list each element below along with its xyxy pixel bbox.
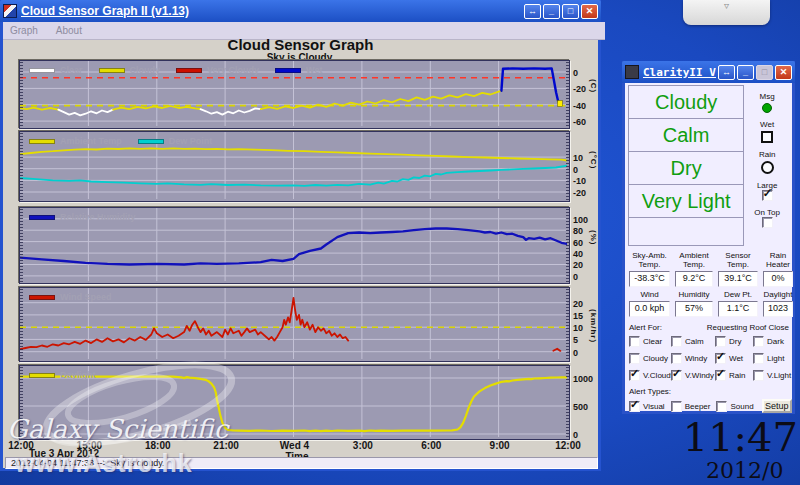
- alert-checkbox-v-cloudy[interactable]: ✓V.Cloudy: [629, 370, 671, 381]
- large-checkbox[interactable]: ✓: [762, 190, 773, 201]
- check-mark-icon: ✓: [716, 368, 725, 379]
- cloudy-seg-1-line: [20, 108, 58, 110]
- legend-label: Daylight: [60, 370, 96, 380]
- wind-speed-legend: Wind Speed: [29, 292, 111, 302]
- alert-checkbox-cloudy[interactable]: Cloudy: [629, 353, 671, 364]
- sky-condition-legend: ClearCloudyVery CloudyWet: [29, 65, 322, 75]
- daylight-minor-ticks-right: [566, 367, 569, 438]
- wind-speed-line: [20, 298, 348, 349]
- x-tick-Wed-4: Wed 4: [272, 440, 318, 451]
- daylight-legend: Daylight: [29, 370, 96, 380]
- x-tick-12-00: 12:00: [545, 440, 591, 451]
- clarity-pin-button[interactable]: ↔: [718, 65, 735, 80]
- alert-checkbox-light[interactable]: Light: [753, 353, 793, 364]
- alert-checkbox-wet[interactable]: ✓Wet: [715, 353, 753, 364]
- wind-speed-ytick-0: 0: [573, 348, 601, 358]
- legend-swatch: [29, 68, 55, 73]
- checkbox-dark[interactable]: [753, 336, 764, 347]
- minimize-button[interactable]: _: [543, 4, 560, 19]
- alert-checkbox-calm[interactable]: Calm: [671, 336, 715, 347]
- clarity-close-button[interactable]: ✕: [775, 65, 792, 80]
- legend-item-relative-humidity: Relative Humidity: [29, 212, 136, 222]
- checkbox-wet[interactable]: ✓: [715, 353, 726, 364]
- checkbox-dry[interactable]: [715, 336, 726, 347]
- relative-humidity-unit-label: (%): [589, 230, 598, 245]
- sensor-label-humidity: Humidity: [673, 290, 715, 299]
- checkbox-cloudy[interactable]: [629, 353, 640, 364]
- x-tick-3-00: 3:00: [340, 440, 386, 451]
- alert-type-sound[interactable]: Sound: [716, 401, 753, 412]
- checkbox-v-windy[interactable]: ✓: [671, 370, 682, 381]
- checkbox-rain[interactable]: ✓: [715, 370, 726, 381]
- legend-label: Clear: [60, 65, 83, 75]
- sky-condition-minor-ticks-left: [20, 62, 23, 127]
- relative-humidity-minor-ticks-left: [20, 209, 23, 282]
- alert-checkbox-rain[interactable]: ✓Rain: [715, 370, 753, 381]
- legend-swatch: [29, 215, 55, 220]
- clear-seg-2-line: [201, 108, 261, 114]
- checkbox-label: V.Light: [767, 371, 791, 380]
- legend-item-wet: Wet: [275, 65, 322, 75]
- checkbox-label: V.Cloudy: [643, 371, 675, 380]
- legend-label: Wet: [306, 65, 322, 75]
- pin-window-button[interactable]: ↔: [524, 4, 541, 19]
- sensor-label-rain-heater: Rain Heater: [761, 251, 795, 269]
- checkbox-label: Rain: [729, 371, 745, 380]
- setup-button[interactable]: Setup: [762, 399, 792, 413]
- sensor-value-rain-heater: 0%: [763, 271, 793, 287]
- checkbox-v-cloudy[interactable]: ✓: [629, 370, 640, 381]
- x-tick-6-00: 6:00: [408, 440, 454, 451]
- daylight-ytick-0: 0: [573, 430, 601, 440]
- legend-swatch: [29, 139, 55, 144]
- checkbox-clear[interactable]: [629, 336, 640, 347]
- sensor-value-sensor-temp-: 39.1°C: [718, 271, 758, 287]
- legend-swatch: [29, 295, 55, 300]
- desktop-slide-tab[interactable]: ▿: [683, 0, 770, 25]
- wind-speed-unit-label: (km/hr): [589, 309, 598, 343]
- temperature-ytick--20: -20: [573, 188, 601, 198]
- condition-boxes: CloudyCalmDryVery Light: [628, 85, 744, 246]
- alert-checkbox-dry[interactable]: Dry: [715, 336, 753, 347]
- checkbox-beeper[interactable]: [671, 401, 682, 412]
- desktop-clock-date: 2012/0: [706, 458, 800, 483]
- clarity-title-bar[interactable]: ClarityII V3.00 ↔ _ □ ✕: [622, 61, 795, 83]
- on-top-checkbox[interactable]: [762, 217, 773, 228]
- main-title-bar[interactable]: Cloud Sensor Graph II (v1.13) ↔ _ □ ✕: [0, 0, 601, 22]
- checkbox-v-light[interactable]: [753, 370, 764, 381]
- alert-checkbox-windy[interactable]: Windy: [671, 353, 715, 364]
- checkbox-windy[interactable]: [671, 353, 682, 364]
- sensor-label-daylight: Daylight: [761, 290, 795, 299]
- sensor-value-humidity: 57%: [675, 301, 713, 317]
- alert-types-label: Alert Types:: [629, 387, 792, 396]
- alert-checkbox-dark[interactable]: Dark: [753, 336, 793, 347]
- sky-condition-unit-label: (C): [589, 79, 598, 93]
- checkbox-sound[interactable]: [716, 401, 727, 412]
- msg-indicator-light: [762, 103, 772, 113]
- relative-humidity-ytick-0: 0: [573, 272, 601, 282]
- wet-indicator: [761, 131, 773, 143]
- alert-type-beeper[interactable]: Beeper: [671, 401, 711, 412]
- menu-graph[interactable]: Graph: [10, 25, 38, 36]
- checkbox-light[interactable]: [753, 353, 764, 364]
- maximize-button[interactable]: □: [562, 4, 579, 19]
- alert-type-visual[interactable]: ✓Visual: [629, 401, 665, 412]
- checkbox-calm[interactable]: [671, 336, 682, 347]
- sensor-value-ambient-temp-: 9.2°C: [675, 271, 713, 287]
- checkbox-label: Beeper: [685, 402, 711, 411]
- rain-indicator: [761, 161, 774, 174]
- close-button[interactable]: ✕: [581, 4, 598, 19]
- legend-item-daylight: Daylight: [29, 370, 96, 380]
- clarity-minimize-button[interactable]: _: [737, 65, 754, 80]
- menu-about[interactable]: About: [56, 25, 82, 36]
- relative-humidity-minor-ticks-right: [566, 209, 569, 282]
- alert-checkbox-clear[interactable]: Clear: [629, 336, 671, 347]
- alert-checkbox-v-windy[interactable]: ✓V.Windy: [671, 370, 715, 381]
- legend-item-very-cloudy: Very Cloudy: [176, 65, 259, 75]
- sensor-value-daylight: 1023: [763, 301, 793, 317]
- legend-swatch: [99, 68, 125, 73]
- clarity-window: ClarityII V3.00 ↔ _ □ ✕ CloudyCalmDryVer…: [622, 61, 795, 414]
- legend-label: Cloudy: [130, 65, 161, 75]
- alert-checkbox-v-light[interactable]: V.Light: [753, 370, 793, 381]
- x-tick-9-00: 9:00: [477, 440, 523, 451]
- checkbox-visual[interactable]: ✓: [629, 401, 640, 412]
